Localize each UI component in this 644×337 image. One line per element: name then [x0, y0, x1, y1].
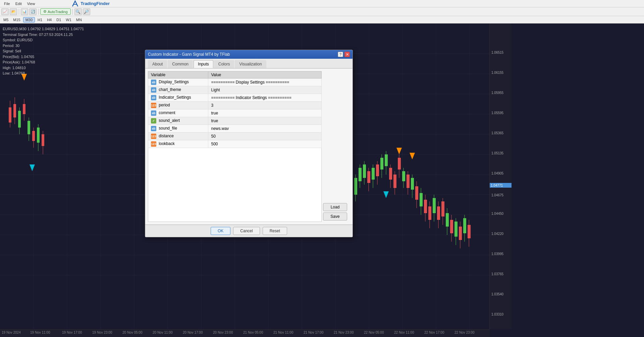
row-value[interactable]: ========== Indicator Settings ==========	[208, 94, 322, 102]
separator-3	[72, 9, 73, 15]
table-row: ab Display_Settings ========== Display S…	[148, 79, 322, 86]
tf-btn-d1[interactable]: D1	[54, 17, 63, 22]
row-value[interactable]: 3	[208, 102, 322, 109]
cancel-button[interactable]: Cancel	[233, 227, 260, 235]
tf-btn-h4[interactable]: H4	[45, 17, 54, 22]
svg-rect-74	[411, 178, 414, 190]
indicator-btn[interactable]: 📊	[21, 8, 28, 15]
svg-text:19 Nov 17:00: 19 Nov 17:00	[62, 331, 82, 334]
save-button[interactable]: Save	[323, 212, 347, 221]
svg-text:1.05365: 1.05365	[491, 131, 504, 135]
svg-rect-101	[468, 225, 471, 238]
svg-text:21 Nov 11:00: 21 Nov 11:00	[273, 331, 293, 334]
svg-rect-81	[424, 200, 427, 213]
row-variable[interactable]: 123 distance	[148, 133, 208, 140]
dialog-footer: OK Cancel Reset	[145, 225, 353, 237]
tf-btn-h1[interactable]: H1	[36, 17, 44, 22]
dialog-help-btn[interactable]: ?	[338, 52, 343, 57]
row-value[interactable]: news.wav	[208, 125, 322, 133]
svg-text:21 Nov 23:00: 21 Nov 23:00	[334, 331, 354, 334]
logo-text: TradingFinder	[80, 1, 110, 6]
reset-button[interactable]: Reset	[263, 227, 287, 235]
zoom-in-btn[interactable]: 🔍	[74, 8, 82, 15]
tab-colors[interactable]: Colors	[214, 60, 234, 68]
row-variable[interactable]: ✓ sound_alert	[148, 117, 208, 125]
row-value[interactable]: 50	[208, 133, 322, 140]
table-row: ab sound_file news.wav	[148, 125, 322, 133]
menu-view[interactable]: View	[24, 2, 38, 6]
svg-text:1.04771: 1.04771	[491, 184, 503, 187]
svg-rect-65	[393, 175, 396, 188]
new-chart-btn[interactable]: 📈	[1, 8, 9, 15]
svg-rect-99	[463, 218, 466, 233]
separator-1	[19, 9, 19, 15]
chart-info-signal: Signal: Sell	[3, 48, 84, 54]
empty-table-area	[148, 148, 322, 222]
row-variable[interactable]: ab Display_Settings	[148, 79, 208, 86]
var-icon-xyz: 123	[151, 141, 156, 147]
row-value[interactable]: true	[208, 117, 322, 125]
svg-text:19 Nov 23:00: 19 Nov 23:00	[92, 331, 112, 334]
chart-symbol-ohlc: EURUSD,M30 1.04792 1.04829 1.04751 1.047…	[3, 26, 84, 32]
tab-visualization[interactable]: Visualization	[235, 60, 266, 68]
dialog-titlebar: Custom Indicator - Gann Signal MT4 by TF…	[145, 50, 353, 59]
svg-text:1.05955: 1.05955	[491, 91, 504, 95]
svg-text:20 Nov 05:00: 20 Nov 05:00	[122, 331, 143, 334]
row-variable[interactable]: ab sound_file	[148, 125, 208, 133]
row-variable[interactable]: ab Indicator_Settings	[148, 94, 208, 102]
svg-rect-39	[32, 131, 35, 141]
svg-rect-46	[354, 178, 357, 195]
var-icon-ab: ab	[151, 87, 156, 93]
tf-btn-m30[interactable]: M30	[23, 17, 35, 22]
row-value[interactable]: true	[208, 109, 322, 117]
table-with-sidebar: Variable Value ab Display_Settings =====…	[148, 71, 350, 222]
svg-text:1.04450: 1.04450	[491, 212, 504, 215]
svg-text:22 Nov 23:00: 22 Nov 23:00	[454, 331, 475, 334]
load-button[interactable]: Load	[323, 203, 347, 211]
sidebar-buttons: Load Save	[322, 71, 350, 222]
var-icon-ab: ab	[151, 95, 156, 100]
row-variable[interactable]: 123 period	[148, 102, 208, 109]
row-variable[interactable]: ab comment	[148, 109, 208, 117]
svg-text:22 Nov 05:00: 22 Nov 05:00	[364, 331, 384, 334]
svg-text:1.04675: 1.04675	[491, 193, 504, 197]
svg-rect-43	[42, 134, 44, 146]
table-row: ab comment true	[148, 109, 322, 117]
table-row: 123 lookback 500	[148, 140, 322, 148]
autotrading-label: AutoTrading	[48, 10, 68, 14]
svg-rect-56	[376, 164, 379, 176]
row-variable[interactable]: ab chart_theme	[148, 86, 208, 94]
dialog-content: Variable Value ab Display_Settings =====…	[145, 68, 353, 225]
dialog-tabs: About Common Inputs Colors Visualization	[145, 59, 353, 68]
svg-text:21 Nov 05:00: 21 Nov 05:00	[243, 331, 263, 334]
row-variable[interactable]: 123 lookback	[148, 140, 208, 148]
open-btn[interactable]: 📂	[10, 8, 17, 15]
row-value[interactable]: Light	[208, 86, 322, 94]
menu-edit[interactable]: Edit	[13, 2, 24, 6]
zoom-out-btn[interactable]: 🔎	[83, 8, 90, 15]
tf-btn-m15[interactable]: M15	[11, 17, 22, 22]
svg-rect-93	[450, 220, 453, 233]
refresh-btn[interactable]: 🔄	[29, 8, 37, 15]
svg-text:1.05135: 1.05135	[491, 151, 504, 155]
svg-text:22 Nov 11:00: 22 Nov 11:00	[394, 331, 414, 334]
tab-about[interactable]: About	[148, 60, 167, 68]
autotrading-icon: ⚙	[43, 9, 47, 14]
tf-btn-m5[interactable]: M5	[1, 17, 10, 22]
ok-button[interactable]: OK	[211, 227, 230, 235]
autotrading-btn[interactable]: ⚙ AutoTrading	[40, 8, 71, 15]
menu-file[interactable]: File	[1, 2, 13, 6]
tf-btn-w1[interactable]: W1	[64, 17, 73, 22]
col-header-value: Value	[208, 71, 322, 79]
dialog-close-btn[interactable]: ✕	[344, 52, 350, 57]
svg-text:20 Nov 17:00: 20 Nov 17:00	[183, 331, 203, 334]
tab-inputs[interactable]: Inputs	[194, 60, 213, 68]
svg-rect-79	[420, 193, 423, 206]
row-value[interactable]: 500	[208, 140, 322, 148]
row-value[interactable]: ========== Display Settings ==========	[208, 79, 322, 86]
chart-info-period: Period: 30	[3, 43, 84, 49]
inputs-table: Variable Value ab Display_Settings =====…	[148, 71, 322, 148]
tab-common[interactable]: Common	[168, 60, 193, 68]
tf-btn-mn[interactable]: MN	[74, 17, 84, 22]
svg-text:1.05595: 1.05595	[491, 111, 504, 115]
